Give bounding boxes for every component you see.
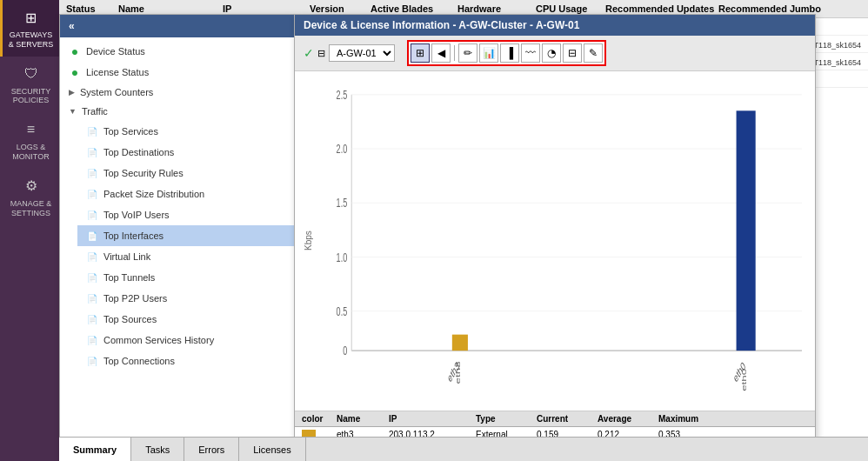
status-ok-icon: ● [69,45,81,57]
bottom-table-header: color Name IP Type Current Average Maxim… [295,411,815,427]
col-header-jumbo: Recommended Jumbo [718,3,861,14]
bar-chart2-button[interactable]: ▐ [500,43,519,63]
doc-icon: 📄 [86,167,98,179]
menu-item-device-status[interactable]: ● Device Status [60,41,294,62]
doc-icon: 📄 [86,230,98,242]
sidebar-item-gateways[interactable]: ⊞ GATEWAYS& SERVERS [0,0,59,57]
device-ok-icon: ✓ [304,46,314,60]
table-view-button[interactable]: ⊞ [411,43,430,63]
menu-item-top-interfaces[interactable]: 📄 Top Interfaces [77,225,294,246]
col-header-name: Name [118,3,223,14]
menu-item-top-voip[interactable]: 📄 Top VoIP Users [77,204,294,225]
menu-item-top-sources[interactable]: 📄 Top Sources [77,309,294,330]
svg-text:1.0: 1.0 [337,250,348,264]
edit-button[interactable]: ✎ [584,43,603,63]
menu-item-license-status[interactable]: ● License Status [60,62,294,83]
menu-panel: « ● Device Status ● License Status ▶ Sys… [59,14,294,461]
back-button[interactable]: ◀ [431,43,451,63]
toolbar-group: ⊞ ◀ ✏ 📊 ▐ 〰 ◔ ⊟ ✎ [407,40,606,66]
menu-item-top-tunnels[interactable]: 📄 Top Tunnels [77,267,294,288]
menu-item-traffic[interactable]: ▼ Traffic [60,102,294,121]
doc-icon: 📄 [86,313,98,325]
traffic-submenu: 📄 Top Services 📄 Top Destinations 📄 Top … [60,121,294,371]
sidebar-item-manage[interactable]: ⚙ MANAGE &SETTINGS [0,169,59,225]
svg-text:2.5: 2.5 [337,88,348,103]
overlay-panel: « ● Device Status ● License Status ▶ Sys… [59,14,816,461]
doc-icon: 📄 [86,334,98,346]
sidebar-item-logs[interactable]: ≡ LOGS &MONITOR [0,112,59,169]
doc-icon: 📄 [86,251,98,263]
tab-licenses[interactable]: Licenses [239,438,305,461]
col-header-blades: Active Blades [371,3,457,14]
svg-rect-15 [737,110,756,351]
menu-section: ● Device Status ● License Status ▶ Syste… [60,37,294,375]
chevron-down-icon: ▼ [69,107,77,116]
menu-item-top-destinations[interactable]: 📄 Top Destinations [77,142,294,163]
chart-container: 2.5 2.0 1.5 1.0 0.5 0 eth3 eth0 eth3 eth… [317,80,806,402]
logs-icon: ≡ [21,119,42,140]
sidebar-item-security[interactable]: 🛡 SECURITYPOLICIES [0,57,59,113]
menu-item-top-p2p[interactable]: 📄 Top P2P Users [77,288,294,309]
doc-icon: 📄 [86,271,98,284]
status-ok-icon: ● [69,66,81,78]
svg-text:2.0: 2.0 [337,142,348,157]
security-icon: 🛡 [21,63,42,84]
menu-item-system-counters[interactable]: ▶ System Counters [60,83,294,102]
device-selector: ✓ ⊟ A-GW-01 A-GW-02 [304,44,395,62]
col-header-status: Status [66,3,118,14]
sidebar: ⊞ GATEWAYS& SERVERS 🛡 SECURITYPOLICIES ≡… [0,0,59,461]
y-axis-label: Kbps [304,80,313,402]
content-toolbar: ✓ ⊟ A-GW-01 A-GW-02 ⊞ ◀ ✏ 📊 ▐ 〰 ◔ ⊟ ✎ [295,36,815,71]
svg-text:1.5: 1.5 [337,196,348,210]
col-header-hardware: Hardware [457,3,536,14]
doc-icon: 📄 [86,188,98,200]
bar-chart-button[interactable]: 📊 [479,43,498,63]
chevron-right-icon: ▶ [69,88,75,97]
pie-chart-button[interactable]: ◔ [542,43,561,63]
svg-text:0.5: 0.5 [337,304,348,318]
bar-chart-svg: 2.5 2.0 1.5 1.0 0.5 0 eth3 eth0 eth3 eth… [317,80,806,402]
chart-area: Kbps 2.5 2.0 1.5 1.0 0.5 [295,71,815,411]
doc-icon: 📄 [86,355,98,367]
col-header-ip: IP [223,3,310,14]
menu-item-common-services-history[interactable]: 📄 Common Services History [77,330,294,351]
doc-icon: 📄 [86,125,98,137]
line-chart-button[interactable]: ✏ [458,43,477,63]
gateways-icon: ⊞ [21,7,42,28]
menu-item-top-connections[interactable]: 📄 Top Connections [77,351,294,371]
menu-item-packet-size[interactable]: 📄 Packet Size Distribution [77,184,294,204]
toolbar-separator [454,45,455,61]
content-panel: Device & License Information - A-GW-Clus… [294,14,816,461]
doc-icon: 📄 [86,209,98,221]
col-header-updates: Recommended Updates [605,3,718,14]
device-icon: ⊟ [317,48,325,59]
col-header-cpu: CPU Usage [536,3,605,14]
grid-button[interactable]: ⊟ [563,43,582,63]
doc-icon: 📄 [86,292,98,304]
svg-rect-13 [452,335,468,351]
device-dropdown[interactable]: A-GW-01 A-GW-02 [329,44,395,62]
menu-item-virtual-link[interactable]: 📄 Virtual Link [77,246,294,267]
doc-icon: 📄 [86,146,98,158]
manage-icon: ⚙ [21,176,42,197]
panel-title: Device & License Information - A-GW-Clus… [295,15,815,36]
menu-item-top-security-rules[interactable]: 📄 Top Security Rules [77,163,294,184]
bottom-tabs: Summary Tasks Errors Licenses [59,437,868,461]
col-header-version: Version [310,3,371,14]
tab-tasks[interactable]: Tasks [131,438,184,461]
tab-summary[interactable]: Summary [59,438,131,461]
tab-errors[interactable]: Errors [184,438,239,461]
svg-text:0: 0 [343,344,347,358]
menu-collapse-btn[interactable]: « [60,15,294,37]
menu-item-top-services[interactable]: 📄 Top Services [77,121,294,142]
area-chart-button[interactable]: 〰 [521,43,540,63]
